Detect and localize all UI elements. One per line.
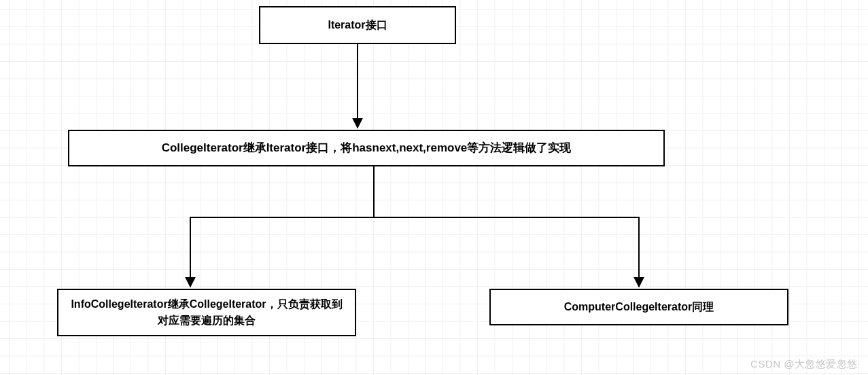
node-computer-college-iterator: ComputerCollegeIterator同理 [489, 289, 788, 325]
node-college-iterator: CollegeIterator继承Iterator接口，将hasnext,nex… [68, 130, 665, 166]
watermark: CSDN @大忽悠爱忽悠 [750, 358, 858, 371]
node-label: Iterator接口 [328, 17, 387, 33]
node-label: CollegeIterator继承Iterator接口，将hasnext,nex… [162, 139, 572, 157]
node-label: InfoCollegeIterator继承CollegeIterator，只负责… [67, 296, 347, 329]
node-info-college-iterator: InfoCollegeIterator继承CollegeIterator，只负责… [57, 289, 356, 336]
node-label: ComputerCollegeIterator同理 [564, 299, 714, 315]
node-iterator-interface: Iterator接口 [259, 6, 456, 44]
